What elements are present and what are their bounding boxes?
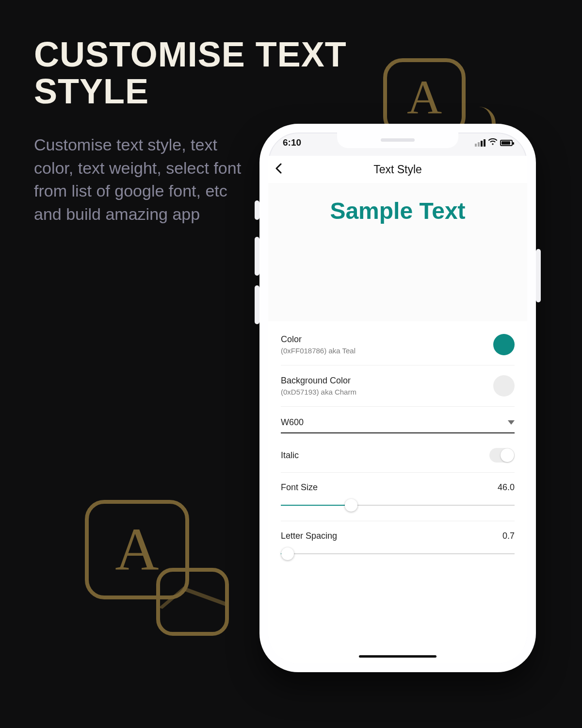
letter-spacing-value: 0.7 bbox=[502, 531, 515, 541]
text-preview-area: Sample Text bbox=[268, 183, 527, 321]
battery-icon bbox=[500, 140, 513, 146]
font-size-slider[interactable] bbox=[281, 499, 515, 511]
background-color-label: Background Color bbox=[281, 376, 356, 386]
background-color-row[interactable]: Background Color (0xD57193) aka Charm bbox=[281, 365, 515, 406]
app-bar-title: Text Style bbox=[373, 163, 422, 176]
cellular-signal-icon bbox=[475, 139, 485, 147]
font-weight-select[interactable]: W600 bbox=[281, 407, 515, 433]
chevron-down-icon bbox=[508, 420, 515, 425]
color-swatch[interactable] bbox=[493, 334, 515, 355]
phone-power-button-icon bbox=[536, 249, 541, 302]
phone-volume-up-icon bbox=[255, 237, 259, 276]
color-row[interactable]: Color (0xFF018786) aka Teal bbox=[281, 324, 515, 365]
phone-mockup: 6:10 Text Style Sample Text Color (0xFF0… bbox=[259, 124, 536, 672]
background-color-detail: (0xD57193) aka Charm bbox=[281, 388, 356, 396]
letter-spacing-slider[interactable] bbox=[281, 548, 515, 560]
status-time: 6:10 bbox=[283, 137, 301, 148]
sample-text: Sample Text bbox=[330, 198, 465, 224]
letter-spacing-label: Letter Spacing bbox=[281, 531, 337, 541]
app-screen: Text Style Sample Text Color (0xFF018786… bbox=[268, 156, 527, 663]
color-label: Color bbox=[281, 334, 356, 345]
font-size-value: 46.0 bbox=[498, 482, 515, 493]
marketing-headline: CUSTOMISE TEXT STYLE bbox=[34, 36, 347, 110]
color-detail: (0xFF018786) aka Teal bbox=[281, 347, 356, 355]
background-color-swatch[interactable] bbox=[493, 375, 515, 397]
phone-mute-switch-icon bbox=[255, 200, 259, 220]
italic-label: Italic bbox=[281, 450, 299, 461]
font-weight-value: W600 bbox=[281, 417, 304, 428]
font-size-label: Font Size bbox=[281, 482, 318, 493]
home-indicator[interactable] bbox=[359, 655, 436, 658]
headline-line-2: STYLE bbox=[34, 72, 149, 111]
letter-a-badge-icon: A bbox=[85, 500, 189, 599]
italic-toggle[interactable] bbox=[489, 448, 515, 463]
marketing-subcopy: Customise text style, text color, text w… bbox=[34, 133, 247, 226]
italic-row: Italic bbox=[281, 433, 515, 472]
wifi-icon bbox=[488, 138, 497, 147]
status-bar: 6:10 bbox=[268, 137, 527, 148]
headline-line-1: CUSTOMISE TEXT bbox=[34, 35, 347, 74]
controls-panel: Color (0xFF018786) aka Teal Background C… bbox=[268, 321, 527, 663]
back-button[interactable] bbox=[275, 162, 282, 177]
phone-volume-down-icon bbox=[255, 285, 259, 324]
app-bar: Text Style bbox=[268, 156, 527, 183]
